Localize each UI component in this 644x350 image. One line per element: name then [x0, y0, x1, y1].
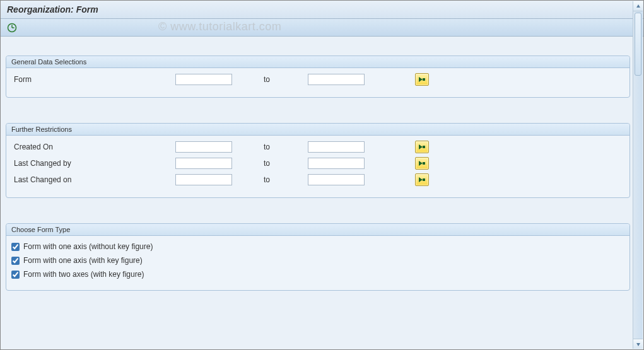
group-further-restrictions: Further Restrictions Created On to Last … [6, 123, 630, 198]
group-body: Form to [6, 68, 629, 97]
scroll-down-button[interactable] [633, 339, 643, 349]
page-title: Reorganization: Form [7, 4, 637, 15]
group-header: Choose Form Type [6, 224, 629, 236]
titlebar: Reorganization: Form [1, 1, 643, 19]
svg-rect-5 [423, 162, 425, 165]
to-label: to [238, 143, 302, 151]
checkbox-one-axis-no-key[interactable] [11, 243, 20, 251]
vertical-scrollbar[interactable] [633, 1, 643, 349]
to-label: to [238, 75, 302, 84]
check-row-two-axes-key: Form with two axes (with key figure) [11, 267, 624, 281]
row-last-changed-by: Last Changed by to [11, 156, 624, 171]
input-last-changed-on-from[interactable] [175, 174, 232, 185]
group-body: Created On to Last Changed by to Last Ch… [6, 136, 629, 197]
window: Reorganization: Form © www.tutorialkart.… [1, 1, 643, 349]
checkbox-label: Form with one axis (with key figure) [23, 256, 143, 265]
to-label: to [238, 175, 302, 184]
svg-rect-6 [423, 178, 425, 181]
scroll-track[interactable] [633, 11, 643, 339]
multiple-selection-button[interactable] [415, 73, 429, 86]
input-last-changed-by-from[interactable] [175, 158, 232, 169]
toolbar: © www.tutorialkart.com [1, 19, 643, 37]
label-last-changed-by: Last Changed by [11, 159, 175, 168]
label-last-changed-on: Last Changed on [11, 175, 175, 184]
label-created-on: Created On [11, 143, 175, 151]
input-last-changed-by-to[interactable] [308, 158, 365, 169]
scroll-thumb[interactable] [635, 13, 641, 76]
scroll-up-button[interactable] [633, 1, 643, 11]
svg-rect-4 [423, 146, 425, 148]
checkbox-two-axes-key[interactable] [11, 271, 20, 279]
checkbox-one-axis-key[interactable] [11, 257, 20, 265]
checkbox-label: Form with one axis (without key figure) [23, 242, 153, 251]
group-body: Form with one axis (without key figure) … [6, 236, 629, 290]
input-form-to[interactable] [308, 74, 365, 85]
group-general-data-selections: General Data Selections Form to [6, 55, 630, 98]
content-area: General Data Selections Form to Further … [1, 37, 643, 349]
group-header: General Data Selections [6, 56, 629, 68]
input-created-on-to[interactable] [308, 141, 365, 153]
multiple-selection-button[interactable] [415, 173, 429, 186]
svg-rect-3 [423, 78, 425, 81]
row-form: Form to [11, 72, 624, 87]
multiple-selection-button[interactable] [415, 141, 429, 153]
input-form-from[interactable] [175, 74, 232, 85]
row-last-changed-on: Last Changed on to [11, 172, 624, 187]
input-last-changed-on-to[interactable] [308, 174, 365, 185]
input-created-on-from[interactable] [175, 141, 232, 153]
watermark: © www.tutorialkart.com [158, 20, 281, 33]
multiple-selection-button[interactable] [415, 157, 429, 170]
execute-button[interactable] [7, 23, 17, 33]
check-row-one-axis-key: Form with one axis (with key figure) [11, 254, 624, 267]
group-choose-form-type: Choose Form Type Form with one axis (wit… [6, 223, 630, 291]
group-header: Further Restrictions [6, 124, 629, 136]
check-row-one-axis-no-key: Form with one axis (without key figure) [11, 240, 624, 254]
row-created-on: Created On to [11, 139, 624, 155]
checkbox-label: Form with two axes (with key figure) [23, 270, 144, 279]
to-label: to [238, 159, 302, 168]
label-form: Form [11, 75, 175, 84]
